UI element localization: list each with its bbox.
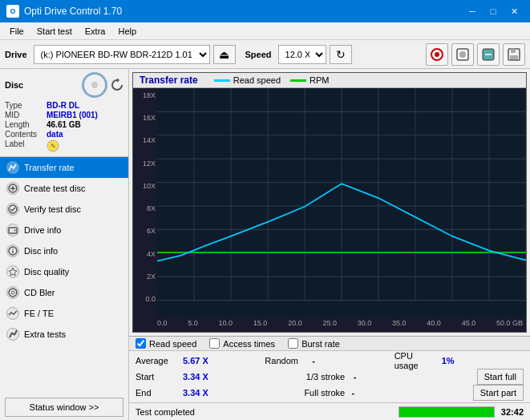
time-display: 32:42: [501, 407, 524, 417]
stat-end: End 3.34 X: [136, 388, 304, 398]
menu-file[interactable]: File: [3, 25, 30, 38]
refresh-icon: [111, 79, 123, 91]
status-window-button[interactable]: Status window >>: [5, 398, 123, 417]
verify-icon: [6, 203, 19, 216]
svg-rect-8: [510, 55, 518, 59]
cb-burst-rate: Burst rate: [288, 338, 340, 349]
speed-label: Speed: [245, 50, 272, 59]
sidebar-item-disc-info[interactable]: Disc info: [0, 240, 128, 261]
window-controls: ─ □ ✕: [463, 3, 524, 19]
svg-point-22: [11, 291, 14, 294]
maximize-button[interactable]: □: [483, 3, 503, 19]
stats-area: Average 5.67 X Random - CPU usage 1% Sta…: [129, 350, 530, 402]
start-part-button[interactable]: Start part: [473, 385, 524, 401]
sidebar: Disc Type BD-R DL MID MEIRB1 (001) Lengt…: [0, 69, 129, 420]
main-area: Disc Type BD-R DL MID MEIRB1 (001) Lengt…: [0, 69, 530, 420]
stats-row-2: Start 3.34 X 1/3 stroke - Start full: [136, 369, 524, 385]
content-area: Transfer rate Read speed RPM 18X 16X 14X…: [129, 69, 530, 420]
create-test-icon: [6, 182, 19, 195]
stat-start: Start 3.34 X: [136, 372, 306, 382]
drive-select[interactable]: (k:) PIONEER BD-RW BDR-212D 1.01: [34, 45, 210, 64]
stat-random: Random -: [265, 356, 394, 365]
y-axis: 18X 16X 14X 12X 10X 8X 6X 4X 2X 0.0: [133, 88, 157, 317]
svg-rect-7: [511, 49, 516, 53]
menu-extra[interactable]: Extra: [79, 25, 112, 38]
menubar: File Start test Extra Help: [0, 22, 530, 40]
stat-full-stroke: Full stroke -: [304, 388, 472, 398]
action-btn-2[interactable]: [451, 43, 474, 66]
sidebar-item-verify-test-disc[interactable]: Verify test disc: [0, 199, 128, 220]
cb-read-speed-input[interactable]: [136, 338, 146, 349]
minimize-button[interactable]: ─: [463, 3, 482, 19]
stat-average: Average 5.67 X: [136, 356, 265, 365]
chart-body: 18X 16X 14X 12X 10X 8X 6X 4X 2X 0.0: [133, 88, 526, 317]
statusbar: Test completed 32:42: [129, 402, 530, 420]
legend-read-speed: Read speed: [214, 75, 281, 85]
disc-info-icon: [6, 244, 19, 257]
disc-length-row: Length 46.61 GB: [5, 120, 123, 129]
disc-mid-row: MID MEIRB1 (001): [5, 111, 123, 119]
chart-area: Transfer rate Read speed RPM 18X 16X 14X…: [132, 72, 527, 333]
nav-items: Transfer rate Create test disc Verify te…: [0, 157, 128, 394]
sidebar-item-cd-bler[interactable]: CD Bler: [0, 282, 128, 303]
disc-icon: [82, 72, 107, 98]
fe-te-icon: [6, 307, 19, 320]
drive-label: Drive: [5, 50, 27, 59]
svg-point-3: [459, 51, 466, 58]
menu-help[interactable]: Help: [111, 25, 143, 38]
menu-start-test[interactable]: Start test: [30, 25, 79, 38]
chart-svg: [157, 88, 526, 317]
svg-text:✎: ✎: [51, 143, 56, 150]
sidebar-item-transfer-rate[interactable]: Transfer rate: [0, 157, 128, 178]
svg-point-18: [12, 248, 14, 250]
sidebar-item-drive-info[interactable]: Drive info: [0, 220, 128, 240]
label-icon: ✎: [47, 139, 59, 152]
save-button[interactable]: [503, 43, 525, 66]
action-btn-3[interactable]: [477, 43, 500, 66]
stat-1-3-stroke: 1/3 stroke -: [306, 372, 477, 382]
chart-header: Transfer rate Read speed RPM: [133, 73, 526, 88]
eject-button[interactable]: ⏏: [213, 45, 236, 64]
transfer-rate-icon: [6, 161, 19, 174]
toolbar: Drive (k:) PIONEER BD-RW BDR-212D 1.01 ⏏…: [0, 40, 530, 69]
disc-contents-row: Contents data: [5, 130, 123, 139]
disc-quality-icon: [6, 265, 19, 278]
cb-access-times: Access times: [209, 338, 275, 349]
titlebar: O Opti Drive Control 1.70 ─ □ ✕: [0, 0, 530, 22]
start-full-button[interactable]: Start full: [477, 369, 524, 385]
sidebar-item-fe-te[interactable]: FE / TE: [0, 303, 128, 324]
sidebar-item-extra-tests[interactable]: Extra tests: [0, 324, 128, 345]
stat-cpu: CPU usage 1%: [394, 351, 524, 370]
status-text: Test completed: [136, 407, 392, 417]
disc-label-row: Label ✎: [5, 139, 123, 152]
stat-start-part-spacer: Start part: [473, 385, 524, 401]
svg-point-21: [9, 289, 17, 297]
sidebar-item-disc-quality[interactable]: Disc quality: [0, 261, 128, 282]
disc-type-row: Type BD-R DL: [5, 101, 123, 110]
cd-bler-icon: [6, 286, 19, 299]
legend-color-read: [214, 79, 230, 82]
chart-grid: [157, 88, 526, 317]
app-title: Opti Drive Control 1.70: [24, 6, 463, 17]
checkbox-row: Read speed Access times Burst rate: [129, 336, 530, 350]
action-btn-1[interactable]: [426, 43, 448, 66]
refresh-button[interactable]: ↻: [330, 45, 352, 64]
app-icon: O: [6, 5, 19, 18]
chart-title: Transfer rate: [140, 75, 198, 86]
svg-line-25: [14, 330, 17, 335]
disc-panel: Disc Type BD-R DL MID MEIRB1 (001) Lengt…: [0, 69, 128, 157]
extra-tests-icon: [6, 328, 19, 341]
legend-rpm: RPM: [290, 75, 329, 85]
cb-read-speed: Read speed: [136, 338, 196, 349]
svg-marker-20: [9, 268, 17, 276]
svg-point-1: [435, 52, 439, 57]
close-button[interactable]: ✕: [504, 3, 524, 19]
stats-row-1: Average 5.67 X Random - CPU usage 1%: [136, 353, 524, 369]
cb-burst-rate-input[interactable]: [288, 338, 298, 349]
speed-select[interactable]: 12.0 X: [278, 45, 326, 64]
sidebar-item-create-test-disc[interactable]: Create test disc: [0, 178, 128, 199]
disc-title: Disc: [5, 80, 23, 90]
legend-color-rpm: [290, 79, 306, 82]
stat-start-full-spacer: Start full: [477, 369, 524, 385]
cb-access-times-input[interactable]: [209, 338, 220, 349]
